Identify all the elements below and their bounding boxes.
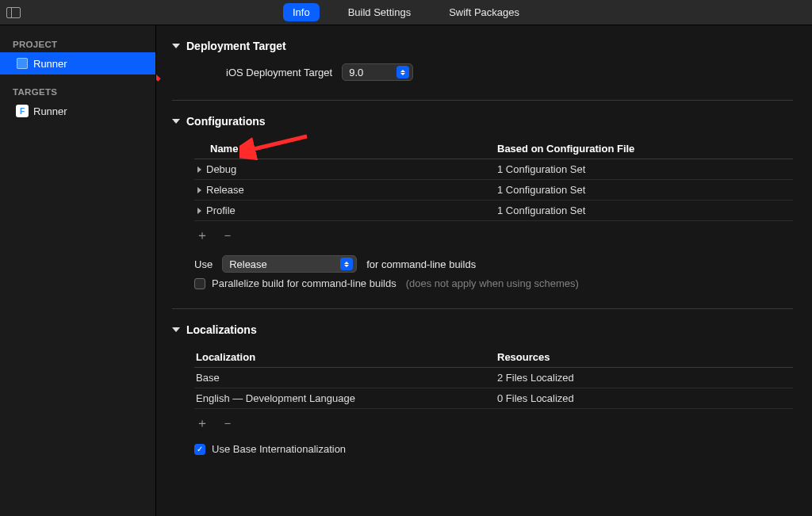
tab-swift-packages[interactable]: Swift Packages bbox=[439, 3, 529, 21]
column-localization: Localization bbox=[196, 351, 497, 363]
ios-deployment-target-label: iOS Deployment Target bbox=[226, 67, 332, 78]
checkbox-icon bbox=[194, 278, 205, 289]
project-item-runner[interactable]: Runner bbox=[0, 52, 155, 75]
use-configuration-popup[interactable]: Release bbox=[222, 255, 357, 273]
project-item-label: Runner bbox=[33, 58, 67, 70]
chevron-down-icon bbox=[172, 44, 180, 48]
ios-deployment-target-popup[interactable]: 9.0 bbox=[342, 63, 413, 81]
editor-tabs: Info Build Settings Swift Packages bbox=[0, 0, 812, 25]
project-icon bbox=[16, 57, 29, 70]
chevron-right-icon bbox=[197, 166, 201, 173]
checkbox-label: Parallelize build for command-line build… bbox=[212, 277, 396, 289]
popup-caret-icon bbox=[340, 258, 353, 270]
localization-columns: Localization Resources bbox=[194, 347, 793, 368]
target-item-runner[interactable]: F Runner bbox=[0, 100, 155, 122]
editor-pane: Deployment Target iOS Deployment Target … bbox=[156, 25, 812, 516]
section-header[interactable]: Deployment Target bbox=[172, 40, 793, 52]
section-header[interactable]: Localizations bbox=[172, 323, 793, 336]
add-configuration-button[interactable]: ＋ bbox=[196, 227, 209, 244]
configurations-columns: Name Based on Configuration File bbox=[194, 139, 793, 159]
localization-row[interactable]: Base 2 Files Localized bbox=[194, 368, 793, 388]
popup-value: 9.0 bbox=[349, 67, 363, 78]
section-header[interactable]: Configurations bbox=[172, 115, 793, 128]
config-name: Debug bbox=[206, 163, 236, 175]
svg-line-0 bbox=[156, 44, 159, 80]
section-deployment-target: Deployment Target iOS Deployment Target … bbox=[172, 40, 793, 101]
section-title: Deployment Target bbox=[186, 40, 286, 52]
title-bar: Info Build Settings Swift Packages bbox=[0, 0, 812, 25]
chevron-right-icon bbox=[197, 208, 201, 214]
tab-build-settings[interactable]: Build Settings bbox=[339, 3, 421, 21]
toggle-navigator-icon[interactable] bbox=[6, 7, 21, 18]
chevron-down-icon bbox=[172, 119, 180, 124]
column-name: Name bbox=[196, 143, 497, 155]
section-configurations: Configurations Name Based on Configurati… bbox=[172, 115, 793, 309]
configuration-row[interactable]: Release 1 Configuration Set bbox=[194, 180, 793, 201]
use-label: Use bbox=[194, 258, 213, 270]
checkbox-icon: ✓ bbox=[194, 444, 205, 455]
popup-caret-icon bbox=[396, 66, 409, 78]
config-detail: 1 Configuration Set bbox=[497, 163, 791, 175]
section-localizations: Localizations Localization Resources Bas… bbox=[172, 323, 793, 474]
checkbox-label: Use Base Internationalization bbox=[212, 443, 346, 455]
localization-resources: 0 Files Localized bbox=[497, 392, 791, 404]
configuration-row[interactable]: Profile 1 Configuration Set bbox=[194, 201, 793, 221]
column-resources: Resources bbox=[497, 351, 791, 363]
use-suffix: for command-line builds bbox=[366, 258, 476, 270]
section-title: Localizations bbox=[186, 323, 257, 336]
localization-resources: 2 Files Localized bbox=[497, 372, 791, 384]
section-title: Configurations bbox=[186, 115, 266, 128]
tab-info[interactable]: Info bbox=[283, 3, 320, 21]
config-detail: 1 Configuration Set bbox=[497, 184, 791, 196]
localization-row[interactable]: English — Development Language 0 Files L… bbox=[194, 388, 793, 409]
remove-configuration-button[interactable]: － bbox=[221, 227, 234, 244]
target-item-label: Runner bbox=[33, 105, 67, 117]
configuration-row[interactable]: Debug 1 Configuration Set bbox=[194, 159, 793, 180]
app-icon: F bbox=[16, 105, 29, 117]
annotation-arrow bbox=[156, 36, 167, 84]
add-localization-button[interactable]: ＋ bbox=[196, 415, 209, 432]
popup-value: Release bbox=[229, 258, 267, 270]
column-config-file: Based on Configuration File bbox=[497, 143, 791, 155]
project-header: PROJECT bbox=[0, 36, 155, 52]
remove-localization-button[interactable]: － bbox=[221, 415, 234, 432]
project-navigator: PROJECT Runner TARGETS F Runner bbox=[0, 25, 156, 516]
parallelize-hint: (does not apply when using schemes) bbox=[406, 277, 579, 289]
config-name: Release bbox=[206, 184, 244, 196]
use-base-internationalization-checkbox[interactable]: ✓ Use Base Internationalization bbox=[194, 443, 346, 455]
config-detail: 1 Configuration Set bbox=[497, 204, 791, 216]
chevron-down-icon bbox=[172, 327, 180, 332]
parallelize-checkbox[interactable]: Parallelize build for command-line build… bbox=[194, 277, 396, 289]
config-name: Profile bbox=[206, 204, 236, 216]
localization-name: English — Development Language bbox=[196, 392, 497, 404]
chevron-right-icon bbox=[197, 187, 201, 193]
localization-name: Base bbox=[196, 372, 497, 384]
targets-header: TARGETS bbox=[0, 84, 155, 100]
